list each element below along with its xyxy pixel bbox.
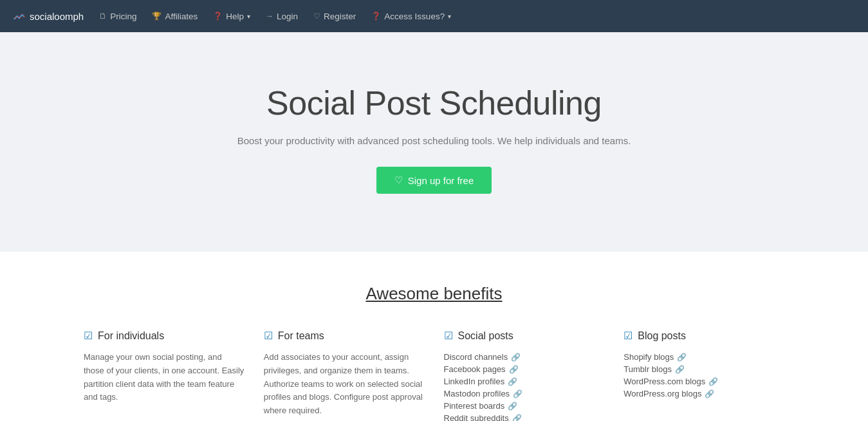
navbar: socialoomph 🗋 Pricing 🏆 Affiliates ❓ Hel…: [0, 0, 868, 32]
social-posts-list: Discord channels 🔗 Facebook pages 🔗 Link…: [444, 351, 605, 421]
individuals-text: Manage your own social posting, and thos…: [84, 351, 245, 404]
signup-button[interactable]: ♡ Sign up for free: [376, 167, 492, 194]
list-item-reddit: Reddit subreddits 🔗: [444, 412, 605, 421]
teams-heading: ☑ For teams: [264, 330, 425, 342]
wordpress-com-link-icon: 🔗: [708, 377, 718, 386]
help-dropdown-arrow: ▾: [247, 13, 250, 20]
nav-access-issues[interactable]: ❓ Access Issues? ▾: [365, 8, 457, 25]
nav-login[interactable]: → Login: [259, 8, 304, 25]
list-item-pinterest: Pinterest boards 🔗: [444, 400, 605, 412]
cta-heart-icon: ♡: [394, 174, 403, 186]
access-icon: ❓: [371, 12, 381, 21]
login-icon: →: [266, 12, 273, 21]
pinterest-link-icon: 🔗: [508, 402, 517, 411]
benefit-blog-posts: ☑ Blog posts Shopify blogs 🔗 Tumblr blog…: [623, 330, 784, 421]
discord-link-icon: 🔗: [511, 353, 521, 362]
social-posts-check-icon: ☑: [444, 330, 453, 342]
affiliates-icon: 🏆: [152, 12, 162, 21]
teams-text: Add associates to your account, assign p…: [264, 351, 425, 418]
hero-title: Social Post Scheduling: [13, 84, 855, 122]
brand-logo[interactable]: socialoomph: [13, 10, 84, 23]
facebook-link-icon: 🔗: [509, 365, 519, 374]
list-item-facebook: Facebook pages 🔗: [444, 363, 605, 375]
tumblr-link-icon: 🔗: [675, 365, 685, 374]
list-item-wordpress-org: WordPress.org blogs 🔗: [623, 388, 784, 400]
pricing-icon: 🗋: [99, 12, 107, 21]
blog-posts-heading: ☑ Blog posts: [623, 330, 784, 342]
wordpress-org-link-icon: 🔗: [705, 389, 714, 398]
shopify-link-icon: 🔗: [677, 353, 687, 362]
benefit-teams: ☑ For teams Add associates to your accou…: [264, 330, 425, 421]
benefits-grid: ☑ For individuals Manage your own social…: [84, 330, 784, 421]
list-item-discord: Discord channels 🔗: [444, 351, 605, 363]
help-icon: ❓: [213, 12, 223, 21]
blog-posts-check-icon: ☑: [623, 330, 633, 342]
hero-subtitle: Boost your productivity with advanced po…: [13, 135, 855, 146]
brand-name: socialoomph: [30, 11, 84, 22]
nav-affiliates[interactable]: 🏆 Affiliates: [145, 8, 204, 25]
list-item-shopify: Shopify blogs 🔗: [623, 351, 784, 363]
list-item-wordpress-com: WordPress.com blogs 🔗: [623, 375, 784, 388]
benefit-social-posts: ☑ Social posts Discord channels 🔗 Facebo…: [444, 330, 605, 421]
individuals-heading: ☑ For individuals: [84, 330, 245, 342]
social-posts-heading: ☑ Social posts: [444, 330, 605, 342]
mastodon-link-icon: 🔗: [513, 389, 522, 398]
nav-help[interactable]: ❓ Help ▾: [207, 8, 257, 25]
nav-pricing[interactable]: 🗋 Pricing: [93, 8, 143, 25]
reddit-link-icon: 🔗: [512, 414, 522, 422]
access-dropdown-arrow: ▾: [448, 13, 451, 20]
nav-register[interactable]: ♡ Register: [307, 8, 362, 25]
logo-icon: [13, 10, 26, 23]
list-item-linkedin: LinkedIn profiles 🔗: [444, 375, 605, 388]
teams-check-icon: ☑: [264, 330, 273, 342]
benefit-individuals: ☑ For individuals Manage your own social…: [84, 330, 245, 421]
register-icon: ♡: [313, 12, 320, 21]
linkedin-link-icon: 🔗: [508, 377, 517, 386]
blog-posts-list: Shopify blogs 🔗 Tumblr blogs 🔗 WordPress…: [623, 351, 784, 400]
hero-section: Social Post Scheduling Boost your produc…: [0, 32, 868, 252]
individuals-check-icon: ☑: [84, 330, 93, 342]
benefits-title: Awesome benefits: [84, 284, 784, 304]
list-item-tumblr: Tumblr blogs 🔗: [623, 363, 784, 375]
benefits-section: Awesome benefits ☑ For individuals Manag…: [0, 252, 868, 421]
list-item-mastodon: Mastodon profiles 🔗: [444, 388, 605, 400]
